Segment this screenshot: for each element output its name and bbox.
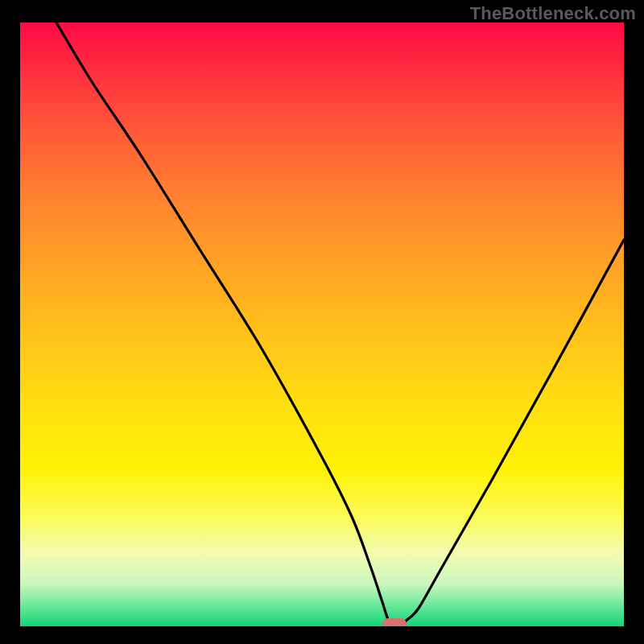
minimum-marker: [382, 618, 407, 626]
watermark-text: TheBottleneck.com: [470, 3, 636, 24]
bottleneck-curve: [20, 23, 624, 626]
plot-area: [20, 23, 624, 626]
chart-frame: TheBottleneck.com: [0, 0, 644, 644]
